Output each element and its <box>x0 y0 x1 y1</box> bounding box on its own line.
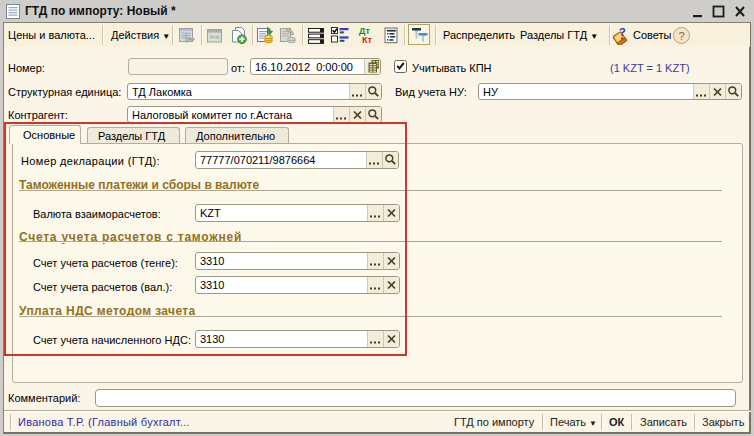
svg-text:?: ? <box>619 26 626 38</box>
